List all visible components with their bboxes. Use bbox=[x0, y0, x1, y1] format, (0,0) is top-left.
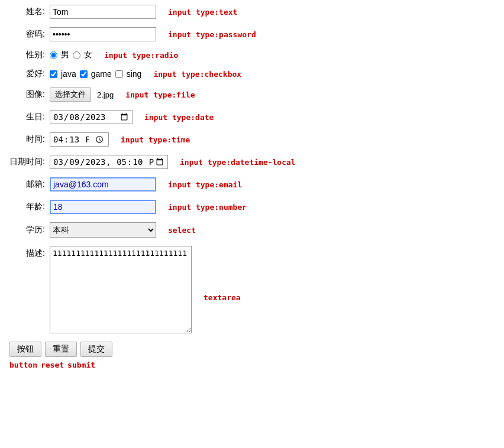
button-row: 按钮 重置 提交 bbox=[9, 342, 495, 357]
submit-button[interactable]: 提交 bbox=[80, 342, 112, 357]
education-select[interactable]: 本科 高中 大专 硕士 博士 bbox=[50, 222, 156, 238]
reset-type-annotation: reset bbox=[41, 361, 64, 369]
hobby-group: java game sing bbox=[50, 69, 141, 79]
gender-label: 性别: bbox=[9, 50, 45, 60]
email-annotation: input type:email bbox=[168, 180, 242, 189]
image-annotation: input type:file bbox=[125, 90, 195, 99]
gender-female-radio[interactable] bbox=[73, 51, 80, 59]
image-row: 图像: 选择文件 2.jpg input type:file bbox=[9, 87, 495, 102]
hobby-sing-checkbox[interactable] bbox=[115, 70, 123, 78]
reset-button[interactable]: 重置 bbox=[45, 342, 77, 357]
hobby-game-checkbox[interactable] bbox=[80, 70, 88, 78]
hobby-label: 爱好: bbox=[9, 69, 45, 79]
datetime-row: 日期时间: input type:datetime-local bbox=[9, 155, 495, 169]
name-input[interactable] bbox=[50, 5, 156, 19]
button-annotations-row: button reset submit bbox=[9, 361, 495, 369]
age-label: 年龄: bbox=[9, 202, 45, 212]
image-label: 图像: bbox=[9, 89, 45, 100]
age-row: 年龄: input type:number bbox=[9, 200, 495, 214]
password-row: 密码: input type:password bbox=[9, 27, 495, 41]
submit-type-annotation: submit bbox=[67, 361, 95, 369]
education-label: 学历: bbox=[9, 225, 45, 235]
datetime-annotation: input type:datetime-local bbox=[180, 158, 296, 167]
email-label: 邮箱: bbox=[9, 179, 45, 190]
time-row: 时间: input type:time bbox=[9, 132, 495, 147]
birthday-annotation: input type:date bbox=[144, 113, 214, 122]
button-type-annotation: button bbox=[9, 361, 37, 369]
gender-group: 男 女 bbox=[50, 50, 92, 60]
gender-male-radio[interactable] bbox=[50, 51, 57, 59]
textarea-wrapper: 11111111111111111111111111111 textarea bbox=[50, 246, 241, 333]
datetime-label: 日期时间: bbox=[9, 157, 45, 167]
hobby-sing-label: sing bbox=[127, 69, 142, 79]
plain-button[interactable]: 按钮 bbox=[9, 342, 41, 357]
education-row: 学历: 本科 高中 大专 硕士 博士 select bbox=[9, 222, 495, 238]
birthday-label: 生日: bbox=[9, 112, 45, 122]
birthday-row: 生日: input type:date bbox=[9, 110, 495, 124]
email-row: 邮箱: input type:email bbox=[9, 177, 495, 191]
gender-annotation: input type:radio bbox=[104, 51, 178, 60]
password-annotation: input type:password bbox=[168, 30, 256, 39]
password-input[interactable] bbox=[50, 27, 156, 41]
textarea-annotation: textarea bbox=[203, 246, 241, 302]
file-choose-button[interactable]: 选择文件 bbox=[50, 87, 91, 102]
hobby-row: 爱好: java game sing input type:checkbox bbox=[9, 69, 495, 79]
hobby-game-label: game bbox=[91, 69, 112, 79]
description-textarea[interactable]: 11111111111111111111111111111 bbox=[50, 246, 192, 333]
file-selected-text: 2.jpg bbox=[97, 90, 114, 99]
description-label: 描述: bbox=[9, 246, 45, 259]
gender-male-label: 男 bbox=[61, 50, 69, 60]
hobby-java-checkbox[interactable] bbox=[50, 70, 57, 78]
time-input[interactable] bbox=[50, 132, 109, 147]
name-label: 姓名: bbox=[9, 7, 45, 17]
description-row: 描述: 11111111111111111111111111111 textar… bbox=[9, 246, 495, 333]
time-label: 时间: bbox=[9, 134, 45, 145]
gender-row: 性别: 男 女 input type:radio bbox=[9, 50, 495, 60]
email-input[interactable] bbox=[50, 177, 156, 191]
password-label: 密码: bbox=[9, 29, 45, 40]
education-annotation: select bbox=[168, 226, 196, 235]
time-annotation: input type:time bbox=[121, 135, 190, 144]
age-input[interactable] bbox=[50, 200, 156, 214]
hobby-java-label: java bbox=[61, 69, 76, 79]
gender-female-label: 女 bbox=[84, 50, 92, 60]
name-annotation: input type:text bbox=[168, 8, 237, 17]
birthday-input[interactable] bbox=[50, 110, 133, 124]
hobby-annotation: input type:checkbox bbox=[153, 70, 241, 79]
age-annotation: input type:number bbox=[168, 203, 247, 212]
datetime-input[interactable] bbox=[50, 155, 168, 169]
name-row: 姓名: input type:text bbox=[9, 5, 495, 19]
